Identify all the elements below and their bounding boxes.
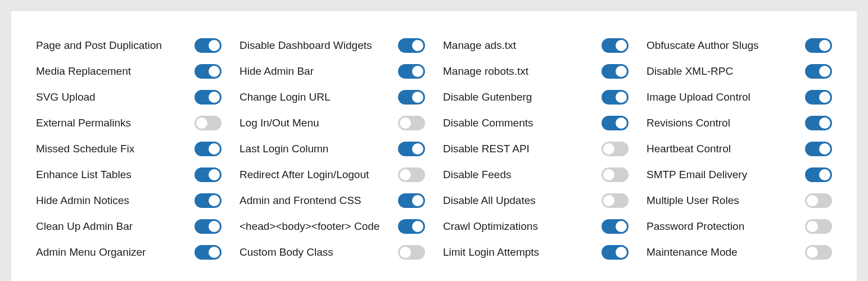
setting-row: Disable XML-RPC [647,58,832,84]
setting-row: Redirect After Login/Logout [239,162,425,188]
setting-label: Admin and Frontend CSS [239,194,361,207]
setting-row: Maintenance Mode [647,239,832,265]
setting-label: Obfuscate Author Slugs [647,39,759,52]
toggle-head-body-footer-code[interactable] [398,219,425,234]
toggle-admin-menu-organizer[interactable] [195,245,221,260]
setting-row: Last Login Column [239,136,425,162]
toggle-heartbeat-control[interactable] [805,142,832,156]
toggle-manage-ads-txt[interactable] [602,38,629,53]
toggle-enhance-list-tables[interactable] [195,167,221,182]
toggle-disable-dashboard-widgets[interactable] [398,38,425,53]
setting-row: Missed Schedule Fix [36,136,221,162]
setting-label: Hide Admin Notices [36,194,129,207]
toggle-disable-feeds[interactable] [602,167,629,182]
setting-label: Disable XML-RPC [647,65,733,78]
toggle-clean-up-admin-bar[interactable] [195,219,221,234]
setting-row: Disable Feeds [443,162,629,188]
toggle-external-permalinks[interactable] [195,116,221,130]
setting-label: Disable Feeds [443,169,511,181]
setting-label: Disable All Updates [443,194,536,207]
toggle-obfuscate-author-slugs[interactable] [805,38,832,53]
setting-row: Image Upload Control [647,84,832,110]
setting-row: SMTP Email Delivery [647,162,832,188]
setting-row: Limit Login Attempts [443,239,629,265]
toggle-smtp-email-delivery[interactable] [805,167,832,182]
toggle-hide-admin-notices[interactable] [195,193,221,208]
toggle-log-in-out-menu[interactable] [398,116,425,130]
toggle-svg-upload[interactable] [195,90,221,105]
toggle-multiple-user-roles[interactable] [805,193,832,208]
toggle-limit-login-attempts[interactable] [602,245,629,260]
setting-row: Clean Up Admin Bar [36,214,221,239]
toggle-maintenance-mode[interactable] [805,245,832,260]
setting-label: Disable Gutenberg [443,91,532,103]
setting-label: Missed Schedule Fix [36,143,134,155]
setting-row: Page and Post Duplication [36,33,221,58]
setting-row: Custom Body Class [239,239,425,265]
toggle-media-replacement[interactable] [195,64,221,79]
toggle-change-login-url[interactable] [398,90,425,105]
setting-label: <head><body><footer> Code [239,220,379,233]
toggle-redirect-after-login-logout[interactable] [398,167,425,182]
toggle-manage-robots-txt[interactable] [602,64,629,79]
setting-row: Manage robots.txt [443,58,629,84]
setting-row: Disable Dashboard Widgets [239,33,425,58]
toggle-disable-xml-rpc[interactable] [805,64,832,79]
setting-row: Change Login URL [239,84,425,110]
toggle-disable-gutenberg[interactable] [602,90,629,105]
setting-label: Manage robots.txt [443,65,528,78]
setting-row: Heartbeat Control [647,136,832,162]
setting-label: Disable Dashboard Widgets [239,39,372,52]
setting-row: Admin Menu Organizer [36,239,221,265]
setting-label: Log In/Out Menu [239,117,319,129]
setting-label: Password Protection [647,220,744,233]
toggle-crawl-optimizations[interactable] [602,219,629,234]
toggle-hide-admin-bar[interactable] [398,64,425,79]
setting-row: Media Replacement [36,58,221,84]
setting-row: Disable REST API [443,136,629,162]
setting-row: Hide Admin Bar [239,58,425,84]
setting-row: Log In/Out Menu [239,110,425,136]
setting-label: Admin Menu Organizer [36,246,146,259]
setting-label: Disable Comments [443,117,534,129]
setting-label: Enhance List Tables [36,169,132,181]
setting-row: Disable Comments [443,110,629,136]
setting-row: <head><body><footer> Code [239,214,425,239]
toggle-page-and-post-duplication[interactable] [195,38,221,53]
setting-label: Revisions Control [647,117,730,129]
setting-label: Limit Login Attempts [443,246,539,259]
setting-label: Image Upload Control [647,91,751,103]
setting-label: Hide Admin Bar [239,65,314,78]
setting-row: Enhance List Tables [36,162,221,188]
toggle-disable-rest-api[interactable] [602,142,629,156]
setting-row: Password Protection [647,214,832,239]
toggle-image-upload-control[interactable] [805,90,832,105]
settings-panel: Page and Post Duplication Disable Dashbo… [11,11,857,281]
toggle-last-login-column[interactable] [398,142,425,156]
setting-row: Hide Admin Notices [36,188,221,214]
setting-row: Crawl Optimizations [443,214,629,239]
setting-label: Multiple User Roles [647,194,739,207]
setting-label: Heartbeat Control [647,143,731,155]
toggle-admin-and-frontend-css[interactable] [398,193,425,208]
toggle-password-protection[interactable] [805,219,832,234]
setting-row: Disable All Updates [443,188,629,214]
setting-label: Maintenance Mode [647,246,738,259]
setting-label: Redirect After Login/Logout [239,169,369,181]
toggle-disable-comments[interactable] [602,116,629,130]
setting-row: Multiple User Roles [647,188,832,214]
setting-label: Custom Body Class [239,246,333,259]
settings-grid: Page and Post Duplication Disable Dashbo… [36,33,832,265]
setting-row: Disable Gutenberg [443,84,629,110]
setting-row: Admin and Frontend CSS [239,188,425,214]
setting-label: Last Login Column [239,143,328,155]
setting-label: Crawl Optimizations [443,220,538,233]
setting-label: Clean Up Admin Bar [36,220,133,233]
setting-row: External Permalinks [36,110,221,136]
setting-label: External Permalinks [36,117,131,129]
toggle-revisions-control[interactable] [805,116,832,130]
toggle-custom-body-class[interactable] [398,245,425,260]
toggle-missed-schedule-fix[interactable] [195,142,221,156]
toggle-disable-all-updates[interactable] [602,193,629,208]
setting-label: SVG Upload [36,91,96,103]
